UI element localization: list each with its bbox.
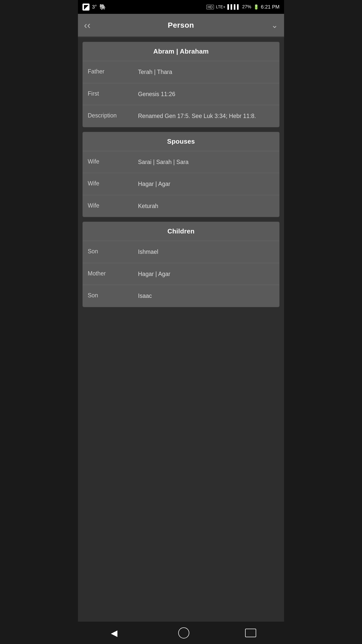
app-logo-icon: ◤ xyxy=(82,4,89,11)
row-value-son1: Ishmael xyxy=(138,248,274,256)
table-row: Wife Keturah xyxy=(83,195,279,217)
row-value-description: Renamed Gen 17:5. See Luk 3:34; Hebr 11:… xyxy=(138,112,274,120)
animal-icon: 🐘 xyxy=(99,4,106,10)
row-value-wife2: Hagar | Agar xyxy=(138,180,274,188)
signal-icon: ▌▌▌▌ xyxy=(227,4,240,10)
row-label-father: Father xyxy=(88,68,138,75)
content-spacer xyxy=(82,312,280,617)
children-section-title: Children xyxy=(167,227,195,235)
table-row: Son Ishmael xyxy=(83,241,279,263)
table-row: First Genesis 11:26 xyxy=(83,83,279,105)
nav-home-button[interactable] xyxy=(178,627,189,638)
row-label-wife1: Wife xyxy=(88,158,138,165)
status-right: HD LTE+ ▌▌▌▌ 27% 🔋 6:21 PM xyxy=(206,4,280,10)
time-text: 6:21 PM xyxy=(261,4,280,10)
table-row: Son Isaac xyxy=(83,285,279,307)
row-label-description: Description xyxy=(88,112,138,119)
status-left: ◤ 3° 🐘 xyxy=(82,4,106,11)
spouses-section-header: Spouses xyxy=(83,132,279,151)
person-section-header: Abram | Abraham xyxy=(83,42,279,61)
table-row: Wife Sarai | Sarah | Sara xyxy=(83,151,279,173)
row-label-mother: Mother xyxy=(88,270,138,277)
row-value-wife1: Sarai | Sarah | Sara xyxy=(138,158,274,167)
table-row: Wife Hagar | Agar xyxy=(83,173,279,195)
row-label-son2: Son xyxy=(88,292,138,299)
battery-icon: 🔋 xyxy=(253,4,259,10)
person-section-title: Abram | Abraham xyxy=(153,48,209,55)
spouses-section: Spouses Wife Sarai | Sarah | Sara Wife H… xyxy=(82,132,280,217)
lte-badge: LTE+ xyxy=(216,5,225,9)
children-section: Children Son Ishmael Mother Hagar | Agar… xyxy=(82,222,280,307)
spouses-section-title: Spouses xyxy=(167,138,195,145)
nav-recents-button[interactable] xyxy=(245,629,256,637)
row-value-wife3: Keturah xyxy=(138,202,274,211)
row-value-mother: Hagar | Agar xyxy=(138,270,274,278)
row-value-father: Terah | Thara xyxy=(138,68,274,76)
row-label-wife2: Wife xyxy=(88,180,138,187)
back-button[interactable]: ‹ xyxy=(84,20,90,31)
chevron-down-icon[interactable]: ⌄ xyxy=(271,20,278,30)
nav-back-button[interactable]: ◀ xyxy=(106,625,122,640)
table-row: Mother Hagar | Agar xyxy=(83,263,279,285)
app-bar: ‹ Person ⌄ xyxy=(78,14,284,36)
row-label-first: First xyxy=(88,90,138,97)
bottom-nav: ◀ xyxy=(78,621,284,644)
hd-badge: HD xyxy=(206,5,214,9)
page-title: Person xyxy=(168,21,194,29)
row-label-son1: Son xyxy=(88,248,138,255)
row-label-wife3: Wife xyxy=(88,202,138,209)
table-row: Father Terah | Thara xyxy=(83,61,279,83)
main-content: Abram | Abraham Father Terah | Thara Fir… xyxy=(78,37,284,621)
battery-text: 27% xyxy=(242,4,251,10)
person-section: Abram | Abraham Father Terah | Thara Fir… xyxy=(82,42,280,127)
children-section-header: Children xyxy=(83,222,279,241)
degree-text: 3° xyxy=(92,4,97,10)
status-bar: ◤ 3° 🐘 HD LTE+ ▌▌▌▌ 27% 🔋 6:21 PM xyxy=(78,0,284,14)
row-value-son2: Isaac xyxy=(138,292,274,300)
row-value-first: Genesis 11:26 xyxy=(138,90,274,99)
table-row: Description Renamed Gen 17:5. See Luk 3:… xyxy=(83,105,279,127)
